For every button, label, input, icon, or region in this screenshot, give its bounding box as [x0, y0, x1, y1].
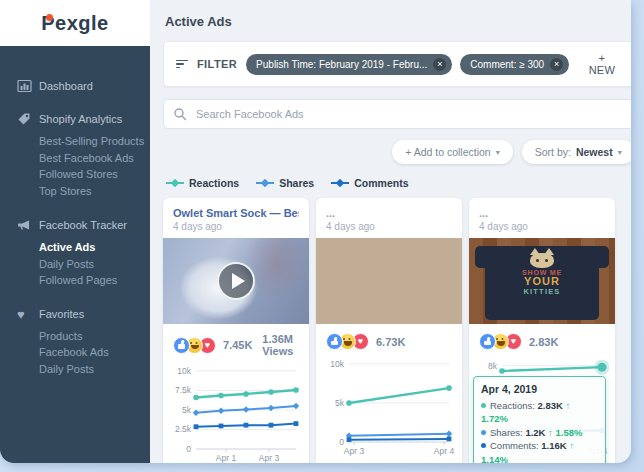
remove-filter-icon[interactable]: × [550, 58, 563, 71]
series-dot-icon [481, 443, 486, 448]
mini-chart-svg: 10k7.5k5k2.5k0Apr 1Apr 3 [169, 361, 303, 463]
ad-card: Owlet Smart Sock — Best... 4 days ago 7.… [163, 198, 309, 463]
svg-text:5k: 5k [335, 398, 345, 408]
sidebar-nav: DashboardShopify AnalyticsBest-Selling P… [0, 46, 150, 396]
tooltip-label: Reactions: [490, 400, 538, 411]
sidebar-item-daily-posts[interactable]: Daily Posts [39, 256, 150, 273]
sidebar-item-active-ads[interactable]: Active Ads [39, 239, 150, 256]
series-dot-icon [481, 403, 486, 408]
remove-filter-icon[interactable]: × [433, 58, 446, 71]
sidebar-item-facebook-ads[interactable]: Facebook Ads [39, 344, 150, 361]
filter-bar: FILTER Publish Time: February 2019 - Feb… [163, 41, 631, 87]
legend-item-shares[interactable]: Shares [256, 177, 314, 189]
filter-icon[interactable] [176, 60, 188, 69]
tshirt-graphic: SHOW ME YOUR KITTIES [485, 246, 599, 320]
svg-text:10k: 10k [177, 366, 191, 376]
sidebar-section-label: Dashboard [39, 80, 93, 92]
sidebar-section-header-dashboard[interactable]: Dashboard [0, 78, 150, 93]
ad-card-header: ... 4 days ago [316, 198, 462, 238]
reaction-emoji-cluster [173, 337, 216, 354]
series-dot-icon [481, 430, 486, 435]
legend-item-comments[interactable]: Comments [331, 177, 408, 189]
filter-label: FILTER [197, 58, 237, 70]
search-bar [163, 99, 631, 129]
ad-card: ... 4 days ago 6.73K 10k5k0Apr 3Apr 4 [316, 198, 462, 463]
bar-chart-icon [17, 78, 39, 93]
svg-text:7.5k: 7.5k [175, 385, 192, 395]
sidebar-section-dashboard: Dashboard [0, 78, 150, 93]
shirt-text-line2: YOUR [485, 276, 599, 287]
legend-item-reactions[interactable]: Reactions [166, 177, 239, 189]
search-icon [173, 107, 187, 121]
sidebar-item-followed-pages[interactable]: Followed Pages [39, 272, 150, 289]
tooltip-value: 1.2K [525, 427, 545, 438]
reactions-count: 7.45K [223, 339, 252, 351]
chevron-down-icon: ▾ [496, 148, 500, 157]
cat-icon [530, 253, 554, 268]
sidebar-item-best-facebook-ads[interactable]: Best Facebook Ads [39, 150, 150, 167]
ad-chart[interactable]: 10k7.5k5k2.5k0Apr 1Apr 3 [163, 359, 309, 463]
ad-image[interactable] [316, 238, 462, 324]
sidebar-section-header-favorites[interactable]: ♥Favorites [0, 308, 150, 321]
new-filter-button[interactable]: + NEW [582, 51, 622, 77]
ad-title-link[interactable]: Owlet Smart Sock — Best... [173, 207, 299, 219]
mini-chart-svg: 10k5k0Apr 3Apr 4 [322, 354, 456, 458]
svg-text:Apr 1: Apr 1 [216, 453, 237, 463]
search-input[interactable] [194, 107, 625, 121]
sidebar-section-label: Shopify Analytics [39, 113, 122, 125]
sidebar-item-products[interactable]: Products [39, 328, 150, 345]
sidebar-item-daily-posts[interactable]: Daily Posts [39, 361, 150, 378]
svg-text:0: 0 [186, 444, 191, 454]
play-button-icon[interactable] [217, 262, 255, 300]
ad-image[interactable]: SHOW ME YOUR KITTIES [469, 238, 615, 324]
sort-by-value: Newest [576, 146, 613, 158]
filter-chip[interactable]: Comment: ≥ 300× [460, 54, 569, 75]
sidebar-item-best-selling-products[interactable]: Best-Selling Products [39, 133, 150, 150]
ad-title-link[interactable]: ... [479, 207, 605, 219]
ad-card: ... 4 days ago SHOW ME YOUR KITTIES 2.83… [469, 198, 615, 463]
logo-accent-dot [46, 14, 53, 21]
reaction-emoji-cluster [326, 333, 369, 350]
legend-marker-icon [166, 177, 184, 189]
svg-text:Apr 4: Apr 4 [434, 446, 455, 456]
filter-chip-label: Comment: ≥ 300 [470, 59, 544, 70]
chevron-down-icon: ▾ [618, 148, 622, 157]
sidebar-section-facebook-tracker: Facebook TrackerActive AdsDaily PostsFol… [0, 218, 150, 289]
sidebar-section-header-shopify-analytics[interactable]: Shopify Analytics [0, 112, 150, 126]
chart-legend: ReactionsSharesComments [163, 177, 631, 189]
megaphone-icon [17, 218, 39, 232]
ad-title-link[interactable]: ... [326, 207, 452, 219]
tooltip-value: 2.83K [538, 400, 563, 411]
reactions-row: 6.73K [316, 324, 462, 352]
svg-text:2.5k: 2.5k [175, 424, 192, 434]
sort-by-button[interactable]: Sort by: Newest ▾ [522, 140, 631, 164]
reaction-emoji-cluster [479, 333, 522, 350]
add-to-collection-button[interactable]: + Add to collection ▾ [392, 140, 513, 164]
tooltip-delta: ↑ 1.58% [545, 427, 582, 438]
ad-chart[interactable]: 8kApr 3Apr 4Apr 4, 2019Reactions: 2.83K … [469, 352, 615, 463]
like-reaction-icon [173, 337, 190, 354]
svg-text:Apr 3: Apr 3 [259, 453, 280, 463]
tooltip-date: Apr 4, 2019 [481, 383, 598, 397]
sidebar-item-top-stores[interactable]: Top Stores [39, 183, 150, 200]
sidebar-item-followed-stores[interactable]: Followed Stores [39, 166, 150, 183]
filter-chip-label: Publish Time: February 2019 - Febru... [256, 59, 427, 70]
logo[interactable]: Pexgle [0, 0, 150, 46]
ad-card-header: Owlet Smart Sock — Best... 4 days ago [163, 198, 309, 238]
ad-chart[interactable]: 10k5k0Apr 3Apr 4 [316, 352, 462, 463]
svg-text:Apr 3: Apr 3 [344, 446, 365, 456]
legend-label: Comments [354, 177, 408, 189]
app-window: Pexgle DashboardShopify AnalyticsBest-Se… [0, 0, 631, 463]
legend-label: Reactions [189, 177, 239, 189]
tooltip-value: 1.16K [541, 440, 566, 451]
toolbar: + Add to collection ▾ Sort by: Newest ▾ [163, 140, 631, 164]
add-to-collection-label: + Add to collection [405, 146, 491, 158]
ad-image[interactable] [163, 238, 309, 324]
ads-grid: Owlet Smart Sock — Best... 4 days ago 7.… [163, 198, 631, 463]
sidebar-section-label: Favorites [39, 308, 84, 320]
svg-text:8k: 8k [488, 361, 498, 371]
sidebar-section-header-facebook-tracker[interactable]: Facebook Tracker [0, 218, 150, 232]
heart-icon: ♥ [17, 308, 39, 321]
filter-chip[interactable]: Publish Time: February 2019 - Febru...× [246, 54, 452, 75]
tooltip-label: Shares: [490, 427, 525, 438]
